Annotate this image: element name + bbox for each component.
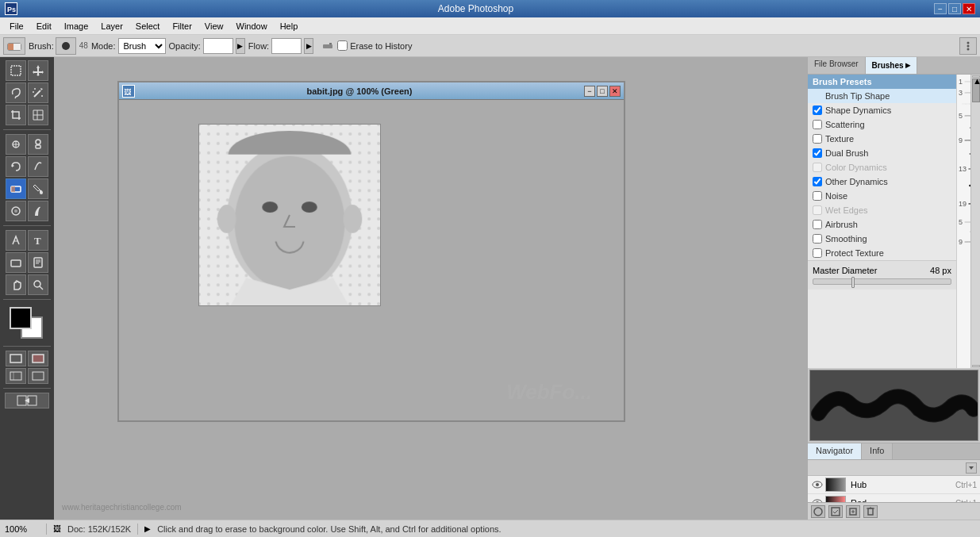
- jump-to-imageready[interactable]: [5, 393, 49, 409]
- airbrush-checkbox[interactable]: [813, 220, 822, 229]
- eraser-tool[interactable]: [6, 178, 26, 199]
- svg-point-5: [62, 42, 70, 50]
- protect-texture-option[interactable]: Protect Texture: [808, 246, 956, 260]
- file-browser-tab[interactable]: File Browser: [808, 57, 866, 74]
- move-tool[interactable]: [28, 60, 48, 81]
- menu-view[interactable]: View: [198, 20, 230, 33]
- shape-tool[interactable]: [6, 252, 26, 273]
- mode-select[interactable]: Brush Pencil Block: [118, 38, 166, 54]
- navigator-tab[interactable]: Navigator: [808, 443, 862, 459]
- notes-tool[interactable]: [28, 252, 48, 273]
- protect-texture-checkbox[interactable]: [813, 248, 822, 258]
- menu-image[interactable]: Image: [58, 20, 95, 33]
- channel-row-red[interactable]: Red Ctrl+1: [808, 494, 980, 502]
- dual-brush-checkbox[interactable]: [813, 148, 822, 158]
- magic-wand-tool[interactable]: [28, 82, 48, 103]
- delete-channel-button[interactable]: [863, 505, 878, 518]
- document-minimize[interactable]: −: [584, 86, 595, 97]
- text-tool[interactable]: T: [28, 230, 48, 251]
- channel-eye-hub[interactable]: [811, 478, 824, 491]
- other-dynamics-checkbox[interactable]: [813, 177, 822, 186]
- info-tab[interactable]: Info: [862, 443, 893, 459]
- opacity-arrow[interactable]: ▶: [236, 38, 245, 54]
- channel-row-hub[interactable]: Hub Ctrl+1: [808, 476, 980, 494]
- save-selection-button[interactable]: [828, 505, 843, 518]
- new-channel-button[interactable]: [846, 505, 860, 518]
- scrollbar-up-btn[interactable]: ▲: [972, 75, 980, 78]
- standard-mode-button[interactable]: [6, 351, 26, 366]
- document-close[interactable]: ✕: [609, 86, 621, 97]
- hand-tool[interactable]: [6, 274, 26, 295]
- dodge-tool[interactable]: [28, 201, 48, 221]
- brush-options-column: Brush Presets Brush Tip Shape Shape Dyna…: [808, 75, 957, 368]
- scattering-option[interactable]: Scattering: [808, 117, 956, 132]
- menu-select[interactable]: Select: [129, 20, 167, 33]
- options-menu-button[interactable]: [959, 37, 977, 55]
- brush-list-scrollbar[interactable]: ▲ ▼: [970, 75, 980, 368]
- color-dynamics-checkbox[interactable]: [813, 163, 822, 172]
- brush-tip-shape-option[interactable]: Brush Tip Shape: [808, 89, 956, 103]
- airbrush-icon[interactable]: [321, 40, 334, 52]
- clone-stamp-tool[interactable]: [28, 134, 48, 155]
- shape-dynamics-checkbox[interactable]: [813, 105, 822, 115]
- flow-arrow[interactable]: ▶: [304, 38, 313, 54]
- texture-checkbox[interactable]: [813, 134, 822, 144]
- brush-picker-button[interactable]: [56, 37, 76, 55]
- svg-rect-33: [11, 260, 21, 267]
- noise-checkbox[interactable]: [813, 191, 822, 201]
- maximize-button[interactable]: □: [948, 3, 961, 14]
- svg-rect-6: [323, 44, 332, 48]
- healing-brush-tool[interactable]: [6, 134, 26, 155]
- shape-dynamics-option[interactable]: Shape Dynamics: [808, 103, 956, 117]
- pen-tool[interactable]: [6, 230, 26, 251]
- art-history-tool[interactable]: [28, 156, 48, 177]
- noise-option[interactable]: Noise: [808, 189, 956, 203]
- brush-presets-header: Brush Presets: [808, 75, 956, 89]
- erase-history-checkbox[interactable]: [337, 40, 348, 51]
- paint-bucket-tool[interactable]: [28, 178, 48, 199]
- blur-tool[interactable]: [6, 201, 26, 221]
- color-dynamics-option[interactable]: Color Dynamics: [808, 160, 956, 175]
- other-dynamics-option[interactable]: Other Dynamics: [808, 175, 956, 189]
- master-diameter-slider[interactable]: [813, 278, 951, 285]
- foreground-color-swatch[interactable]: [10, 307, 32, 329]
- load-channel-button[interactable]: [811, 505, 825, 518]
- menu-help[interactable]: Help: [274, 20, 305, 33]
- tool-separator-3: [3, 299, 51, 300]
- scattering-checkbox[interactable]: [813, 120, 822, 129]
- menu-window[interactable]: Window: [230, 20, 274, 33]
- menu-layer[interactable]: Layer: [94, 20, 129, 33]
- crop-tool[interactable]: [6, 105, 26, 125]
- image-display[interactable]: [198, 124, 381, 306]
- menu-edit[interactable]: Edit: [30, 20, 58, 33]
- channel-eye-red[interactable]: [811, 497, 824, 502]
- screen-mode-2[interactable]: [28, 368, 48, 384]
- panel-menu-icon[interactable]: [966, 462, 977, 474]
- smoothing-checkbox[interactable]: [813, 234, 822, 244]
- airbrush-option[interactable]: Airbrush: [808, 217, 956, 232]
- close-button[interactable]: ✕: [963, 3, 975, 14]
- flow-input[interactable]: 66%: [271, 38, 302, 54]
- dual-brush-option[interactable]: Dual Brush: [808, 146, 956, 160]
- zoom-tool[interactable]: [28, 274, 48, 295]
- quick-mask-mode-button[interactable]: [28, 351, 48, 366]
- canvas-area[interactable]: 🖼 babit.jpg @ 100% (Green) − □ ✕ WebFo..…: [54, 57, 807, 520]
- menu-filter[interactable]: Filter: [166, 20, 198, 33]
- smoothing-option[interactable]: Smoothing: [808, 232, 956, 246]
- history-brush-tool[interactable]: [6, 156, 26, 177]
- texture-option[interactable]: Texture: [808, 132, 956, 146]
- minimize-button[interactable]: −: [934, 3, 947, 14]
- wet-edges-checkbox[interactable]: [813, 205, 822, 215]
- slice-tool[interactable]: [28, 105, 48, 125]
- rectangular-marquee-tool[interactable]: [6, 60, 26, 81]
- wet-edges-option[interactable]: Wet Edges: [808, 203, 956, 217]
- scrollbar-down-btn[interactable]: ▼: [972, 365, 980, 367]
- lasso-tool[interactable]: [6, 82, 26, 103]
- master-diameter-thumb[interactable]: [851, 277, 855, 288]
- document-maximize[interactable]: □: [597, 86, 608, 97]
- brushes-tab[interactable]: Brushes ▶: [866, 57, 917, 74]
- opacity-input[interactable]: 71%: [203, 38, 233, 54]
- eraser-tool-icon[interactable]: [3, 37, 25, 55]
- menu-file[interactable]: File: [3, 20, 30, 33]
- screen-mode-1[interactable]: [6, 368, 26, 384]
